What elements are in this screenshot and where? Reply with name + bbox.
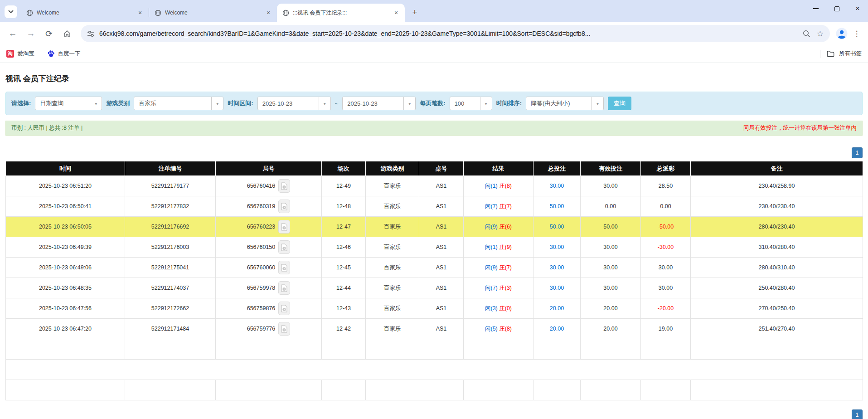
profile-avatar[interactable] xyxy=(835,27,848,40)
bookmark-label: 爱淘宝 xyxy=(17,50,34,58)
video-replay-button[interactable] xyxy=(278,200,290,213)
cell-session: 12-49 xyxy=(322,176,366,196)
window-maximize-button[interactable] xyxy=(826,0,847,17)
tab-title: :::视讯 会员下注纪录::: xyxy=(293,9,388,17)
col-result: 结果 xyxy=(464,161,533,176)
cell-remark: 280.40/310.40 xyxy=(691,258,863,278)
cell-valid-bet: 30.00 xyxy=(581,237,641,258)
maximize-icon xyxy=(834,6,839,11)
video-replay-button[interactable] xyxy=(278,240,290,254)
tab-close-icon[interactable]: × xyxy=(264,9,272,17)
cell-bet-id: 522912172662 xyxy=(125,298,216,319)
result-player: 闲(7) xyxy=(485,203,498,210)
tab-title: Welcome xyxy=(165,10,261,16)
bookmarks-divider xyxy=(820,50,820,58)
chevron-down-icon: ▾ xyxy=(592,97,603,110)
date-start-select[interactable]: 2025-10-23 ▾ xyxy=(257,97,331,110)
cell-table-no: AS1 xyxy=(419,278,464,298)
back-button[interactable]: ← xyxy=(5,25,21,42)
folder-icon xyxy=(827,50,834,57)
result-banker: 庄(8) xyxy=(499,183,512,189)
sort-order-select[interactable]: 降冪(由大到小) ▾ xyxy=(526,97,604,110)
forward-button[interactable]: → xyxy=(23,25,39,42)
total-valid-bet: 210.00 xyxy=(581,380,641,400)
page-size-select[interactable]: 100 ▾ xyxy=(450,97,492,110)
round-number: 656759978 xyxy=(247,285,276,291)
cell-remark: 270.40/250.40 xyxy=(691,298,863,319)
url-text[interactable]: 66cxkj98.com/game/betrecord_search/kind3… xyxy=(99,30,590,37)
home-button[interactable] xyxy=(59,25,75,42)
zoom-icon[interactable] xyxy=(803,30,810,38)
col-table-no: 桌号 xyxy=(419,161,464,176)
cell-total-bet[interactable]: 50.00 xyxy=(533,196,581,217)
bet-records-table: 时间 注单编号 局号 场次 游戏类别 桌号 结果 总投注 有效投注 总派彩 备注… xyxy=(5,161,863,400)
address-bar[interactable]: 66cxkj98.com/game/betrecord_search/kind3… xyxy=(81,25,830,42)
cell-total-bet[interactable]: 30.00 xyxy=(533,176,581,196)
page-number-badge[interactable]: 1 xyxy=(852,147,863,158)
tab-close-icon[interactable]: × xyxy=(392,9,400,17)
video-replay-button[interactable] xyxy=(278,220,290,234)
cell-remark: 310.40/280.40 xyxy=(691,237,863,258)
new-tab-button[interactable]: + xyxy=(408,6,421,19)
result-player: 闲(5) xyxy=(485,326,498,332)
table-row: 2025-10-23 06:49:39 522912176003 6567601… xyxy=(6,237,863,258)
search-button[interactable]: 查询 xyxy=(608,97,631,110)
cell-valid-bet: 0.00 xyxy=(581,196,641,217)
chevron-down-icon: ▾ xyxy=(211,97,223,110)
all-bookmarks-label[interactable]: 所有书签 xyxy=(839,50,862,58)
cell-total-bet[interactable]: 30.00 xyxy=(533,278,581,298)
window-minimize-button[interactable] xyxy=(805,0,826,17)
cell-remark: 251.40/270.40 xyxy=(691,319,863,339)
tab-bet-records-active[interactable]: :::视讯 会员下注纪录::: × xyxy=(277,4,405,22)
game-type-select[interactable]: 百家乐 ▾ xyxy=(134,97,223,110)
date-end-select[interactable]: 2025-10-23 ▾ xyxy=(342,97,416,110)
page-number-badge[interactable]: 1 xyxy=(852,409,863,419)
tab-welcome-2[interactable]: Welcome × xyxy=(149,4,277,22)
summary-bar: 币别 : 人民币 | 总共 :8 注单 | 同局有效投注，统一计算在该局第一张注… xyxy=(5,121,863,136)
table-header-row: 时间 注单编号 局号 场次 游戏类别 桌号 结果 总投注 有效投注 总派彩 备注 xyxy=(6,161,863,176)
minimize-icon xyxy=(813,8,819,9)
chevron-down-icon: ▾ xyxy=(90,97,102,110)
cell-total-bet[interactable]: 50.00 xyxy=(533,217,581,237)
cell-total-bet[interactable]: 20.00 xyxy=(533,319,581,339)
col-session: 场次 xyxy=(322,161,366,176)
game-type-label: 游戏类别 xyxy=(106,99,130,107)
video-replay-button[interactable] xyxy=(278,281,290,295)
cell-game: 百家乐 xyxy=(366,237,419,258)
cell-total-bet[interactable]: 20.00 xyxy=(533,298,581,319)
video-replay-button[interactable] xyxy=(278,302,290,315)
film-icon xyxy=(281,203,287,210)
cell-table-no: AS1 xyxy=(419,298,464,319)
bookmark-aitaobao[interactable]: 淘 爱淘宝 xyxy=(6,50,34,58)
video-replay-button[interactable] xyxy=(278,322,290,336)
browser-menu-icon[interactable]: ⋮ xyxy=(850,29,863,39)
cell-table-no: AS1 xyxy=(419,258,464,278)
video-replay-button[interactable] xyxy=(278,179,290,193)
video-replay-button[interactable] xyxy=(278,261,290,274)
cell-game: 百家乐 xyxy=(366,298,419,319)
tab-close-icon[interactable]: × xyxy=(136,9,144,17)
bookmark-star-icon[interactable]: ☆ xyxy=(817,29,824,39)
subtotal-payout: 7.50 xyxy=(641,339,691,360)
cell-total-bet[interactable]: 30.00 xyxy=(533,258,581,278)
result-banker: 庄(7) xyxy=(499,203,512,210)
cell-valid-bet: 20.00 xyxy=(581,319,641,339)
cell-time: 2025-10-23 06:50:41 xyxy=(6,196,125,217)
col-remark: 备注 xyxy=(691,161,863,176)
cell-time: 2025-10-23 06:50:05 xyxy=(6,217,125,237)
reload-button[interactable]: ⟳ xyxy=(41,25,57,42)
home-icon xyxy=(63,29,71,38)
total-label: 总计 xyxy=(6,380,125,400)
globe-icon xyxy=(282,10,289,16)
filter-bar: 请选择: 日期查询 ▾ 游戏类别 百家乐 ▾ 时间区间: 2025-10-23 … xyxy=(5,92,863,115)
grand-total-row: 总计 8 260.00 210.00 7.50 xyxy=(6,380,863,400)
col-bet-id: 注单编号 xyxy=(125,161,216,176)
bookmark-baidu[interactable]: 百度一下 xyxy=(47,50,81,58)
window-close-button[interactable]: × xyxy=(847,0,868,17)
cell-session: 12-42 xyxy=(322,319,366,339)
tab-welcome-1[interactable]: Welcome × xyxy=(21,4,149,22)
tab-search-button[interactable] xyxy=(5,5,17,18)
bookmark-label: 百度一下 xyxy=(58,50,81,58)
query-type-select[interactable]: 日期查询 ▾ xyxy=(35,97,102,110)
cell-total-bet[interactable]: 30.00 xyxy=(533,237,581,258)
